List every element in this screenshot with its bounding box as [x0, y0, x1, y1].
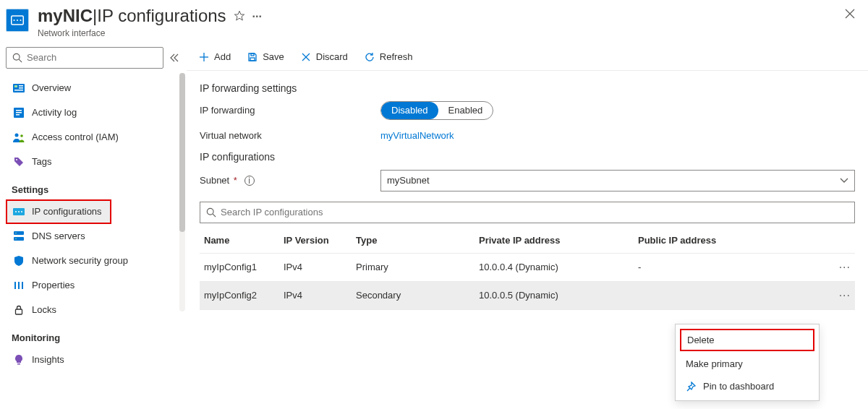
svg-rect-32 [16, 309, 22, 314]
sidebar-item-overview[interactable]: Overview [6, 76, 187, 100]
resource-icon [6, 9, 29, 32]
sidebar-item-nsg[interactable]: Network security group [6, 249, 187, 273]
ip-config-search[interactable] [200, 202, 855, 223]
add-icon [198, 51, 210, 63]
search-icon [206, 207, 216, 218]
overview-icon [13, 82, 25, 94]
svg-point-40 [207, 208, 213, 215]
sidebar-item-iam[interactable]: Access control (IAM) [6, 125, 187, 150]
svg-marker-4 [234, 12, 244, 21]
search-icon [12, 53, 22, 63]
cell-pub [634, 281, 826, 309]
svg-point-23 [18, 211, 20, 212]
sidebar-item-locks[interactable]: Locks [6, 298, 187, 322]
svg-point-19 [20, 134, 23, 137]
insights-icon [13, 354, 25, 366]
menu-item-make-primary[interactable]: Make primary [676, 353, 819, 375]
sidebar-group-settings: Settings [6, 174, 187, 199]
sidebar-item-label: Network security group [32, 255, 128, 266]
svg-point-7 [13, 53, 20, 60]
subnet-value: mySubnet [387, 175, 430, 186]
sidebar-scrollbar[interactable] [179, 73, 185, 311]
favorite-star-icon[interactable] [234, 10, 245, 22]
iam-icon [13, 132, 25, 143]
sidebar-item-label: Properties [32, 280, 75, 290]
more-icon[interactable]: ··· [252, 9, 262, 23]
svg-point-1 [14, 20, 15, 21]
col-name[interactable]: Name [200, 228, 279, 254]
ip-configurations-icon [13, 206, 25, 218]
resource-name: myNIC [38, 6, 93, 27]
ip-forwarding-label: IP forwarding [200, 105, 380, 116]
cell-ver: IPv4 [279, 253, 352, 281]
virtual-network-label: Virtual network [200, 130, 380, 141]
scrollbar-thumb[interactable] [179, 73, 185, 232]
subnet-select[interactable]: mySubnet [380, 170, 855, 191]
col-ip-version[interactable]: IP Version [279, 228, 352, 254]
close-button[interactable] [841, 6, 859, 22]
ip-configurations-section-title: IP configurations [200, 151, 855, 163]
sidebar-item-label: Overview [32, 82, 71, 93]
col-private-ip[interactable]: Private IP address [475, 228, 634, 254]
ip-config-search-input[interactable] [221, 207, 848, 218]
cell-ver: IPv4 [279, 281, 352, 309]
sidebar-search[interactable] [6, 47, 163, 69]
info-icon[interactable]: i [244, 176, 255, 186]
row-menu-button[interactable]: ··· [839, 261, 851, 273]
col-type[interactable]: Type [352, 228, 475, 254]
add-button[interactable]: Add [197, 48, 232, 66]
svg-point-20 [16, 159, 17, 160]
menu-item-pin[interactable]: Pin to dashboard [676, 375, 819, 397]
sidebar-item-activity-log[interactable]: Activity log [6, 100, 187, 125]
sidebar-item-tags[interactable]: Tags [6, 150, 187, 174]
discard-icon [300, 51, 312, 63]
ip-config-table: Name IP Version Type Private IP address … [200, 228, 855, 310]
collapse-sidebar-button[interactable] [165, 47, 184, 69]
svg-point-27 [15, 232, 17, 233]
cell-type: Primary [352, 253, 475, 281]
table-row[interactable]: myIpConfig1 IPv4 Primary 10.0.0.4 (Dynam… [200, 253, 855, 281]
sidebar-item-dns-servers[interactable]: DNS servers [6, 224, 187, 249]
discard-button[interactable]: Discard [299, 48, 349, 66]
cell-name: myIpConfig2 [200, 281, 279, 309]
col-public-ip[interactable]: Public IP address [634, 228, 826, 254]
tags-icon [13, 156, 25, 168]
button-label: Refresh [380, 51, 413, 62]
menu-item-delete[interactable]: Delete [680, 329, 814, 351]
refresh-button[interactable]: Refresh [362, 48, 414, 66]
sidebar-search-input[interactable] [27, 52, 157, 63]
virtual-network-link[interactable]: myVirtualNetwork [380, 130, 454, 141]
save-button[interactable]: Save [245, 48, 286, 66]
row-menu-button[interactable]: ··· [839, 289, 851, 301]
sidebar-item-label: Access control (IAM) [32, 132, 119, 142]
context-menu: Delete Make primary Pin to dashboard [675, 324, 820, 401]
svg-rect-37 [251, 53, 254, 56]
svg-point-18 [15, 133, 19, 137]
sidebar-item-label: Activity log [32, 107, 77, 118]
ip-forwarding-toggle[interactable]: Disabled Enabled [380, 101, 493, 120]
sidebar-item-label: IP configurations [32, 206, 102, 217]
cell-priv: 10.0.0.4 (Dynamic) [475, 253, 634, 281]
refresh-icon [364, 51, 375, 63]
button-label: Discard [316, 51, 348, 62]
ip-forwarding-section-title: IP forwarding settings [200, 82, 855, 94]
sidebar-item-label: Locks [32, 304, 56, 315]
sidebar-item-insights[interactable]: Insights [6, 348, 187, 372]
toggle-disabled[interactable]: Disabled [381, 102, 438, 119]
sidebar-item-label: DNS servers [32, 231, 85, 241]
toggle-enabled[interactable]: Enabled [438, 102, 493, 119]
table-row[interactable]: myIpConfig2 IPv4 Secondary 10.0.0.5 (Dyn… [200, 281, 855, 309]
svg-rect-26 [14, 237, 24, 241]
save-icon [247, 51, 258, 63]
cell-type: Secondary [352, 281, 475, 309]
svg-point-28 [15, 238, 17, 239]
svg-rect-16 [16, 112, 22, 113]
menu-item-label: Delete [687, 335, 715, 345]
pin-icon [686, 382, 696, 392]
chevron-down-icon [840, 178, 848, 184]
sidebar-item-properties[interactable]: Properties [6, 273, 187, 298]
button-label: Save [263, 51, 284, 62]
svg-line-41 [213, 214, 216, 217]
sidebar-item-ip-configurations[interactable]: IP configurations [6, 199, 111, 224]
sidebar-item-label: Tags [32, 156, 51, 167]
